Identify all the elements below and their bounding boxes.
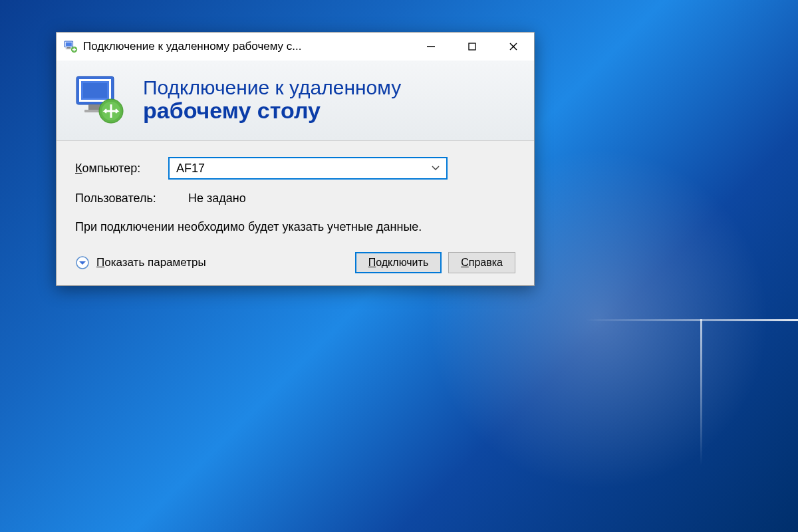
chevron-down-icon xyxy=(432,166,440,171)
maximize-icon xyxy=(467,42,477,51)
svg-rect-13 xyxy=(83,83,107,98)
dialog-title-line2: рабочему столу xyxy=(143,98,401,123)
expand-chevron-icon xyxy=(75,255,90,270)
minimize-icon xyxy=(426,42,436,51)
app-icon xyxy=(63,39,78,54)
computer-label: Компьютер: xyxy=(75,162,168,176)
computer-combobox[interactable] xyxy=(168,157,448,180)
dialog-body: Компьютер: Пользователь: Не задано При п… xyxy=(57,141,534,285)
svg-rect-7 xyxy=(469,43,475,50)
user-label: Пользователь: xyxy=(75,192,188,205)
svg-rect-3 xyxy=(67,47,71,49)
window-title: Подключение к удаленному рабочему с... xyxy=(83,40,410,53)
desktop-streak xyxy=(585,319,798,321)
help-button[interactable]: Справка xyxy=(448,252,515,273)
computer-row: Компьютер: xyxy=(75,157,515,180)
dialog-title-line1: Подключение к удаленному xyxy=(143,76,401,98)
close-icon xyxy=(509,42,518,51)
credentials-info-text: При подключении необходимо будет указать… xyxy=(75,219,515,235)
minimize-button[interactable] xyxy=(410,33,452,61)
rdp-dialog-window: Подключение к удаленному рабочему с... xyxy=(56,32,535,286)
show-options-label: Показать параметры xyxy=(96,256,206,269)
show-options-toggle[interactable]: Показать параметры xyxy=(75,255,206,270)
svg-rect-2 xyxy=(66,43,72,47)
user-value: Не задано xyxy=(188,192,246,205)
dialog-header: Подключение к удаленному рабочему столу xyxy=(57,61,534,141)
close-button[interactable] xyxy=(493,33,534,61)
user-row: Пользователь: Не задано xyxy=(75,192,515,205)
computer-input[interactable] xyxy=(170,158,425,178)
titlebar[interactable]: Подключение к удаленному рабочему с... xyxy=(57,33,534,61)
svg-rect-4 xyxy=(66,49,72,49)
rdp-hero-icon xyxy=(72,72,127,127)
dialog-title-block: Подключение к удаленному рабочему столу xyxy=(143,76,401,123)
dialog-footer: Показать параметры Подключить Справка xyxy=(75,252,515,273)
window-controls xyxy=(410,33,534,61)
connect-button[interactable]: Подключить xyxy=(355,252,442,273)
desktop-streak-vertical xyxy=(700,319,702,466)
combobox-dropdown-button[interactable] xyxy=(425,158,446,178)
maximize-button[interactable] xyxy=(452,33,493,61)
